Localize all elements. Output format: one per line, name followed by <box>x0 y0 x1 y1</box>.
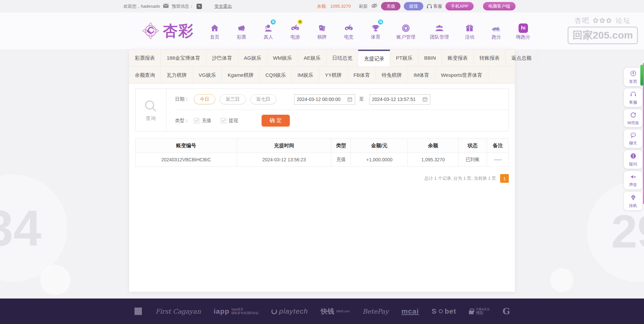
esports-gamepad-icon <box>337 21 361 33</box>
nav-account-management[interactable]: ¥ 账户管理 <box>390 21 421 40</box>
tab-188bet-sports[interactable]: 188金宝博体育 <box>161 50 206 66</box>
sync-icon <box>630 112 637 118</box>
cell-status: 已到账 <box>458 153 487 167</box>
mail-icon[interactable] <box>163 4 169 9</box>
date-label: 日期： <box>175 96 189 102</box>
date-to-field[interactable] <box>369 94 430 105</box>
query-form: 日期： 今日 近三日 近七日 至 类型： <box>166 89 508 131</box>
refresh-link[interactable]: 刷新 <box>359 3 368 9</box>
svg-text:¥: ¥ <box>405 26 408 31</box>
tab-vg[interactable]: VG娱乐 <box>193 67 222 84</box>
nav-paofen[interactable]: 跑分 <box>484 21 508 40</box>
tab-lottery-report[interactable]: 彩票报表 <box>129 50 161 66</box>
calendar-icon[interactable] <box>422 97 428 102</box>
tab-transfer-report[interactable]: 转账报表 <box>474 50 506 66</box>
search-icon <box>143 99 159 114</box>
tab-im-sports[interactable]: IM体育 <box>408 67 435 84</box>
eye-off-icon[interactable] <box>371 3 378 9</box>
checkbox-checked-icon[interactable] <box>194 118 199 123</box>
sidebar-item-hangup[interactable]: 挂机 <box>624 192 642 210</box>
footer-logo-first-cagayan: First Cagayan <box>155 308 201 315</box>
tab-saba-sports[interactable]: 沙巴体育 <box>206 50 238 66</box>
date-from-field[interactable] <box>294 94 355 105</box>
tab-ae[interactable]: AE娱乐 <box>298 50 326 66</box>
tab-tetu-cards[interactable]: 特兔棋牌 <box>376 67 408 84</box>
site-logo[interactable]: 杏彩 <box>141 21 194 41</box>
nav-lottery[interactable]: 彩票 <box>229 21 254 40</box>
tab-wali-cards[interactable]: 瓦力棋牌 <box>161 67 193 84</box>
nav-hi-paofen[interactable]: hi 嗨跑分 <box>511 21 535 40</box>
sidebar-item-home[interactable]: 首页 <box>624 68 642 86</box>
footer-logo-g-mark: G <box>502 306 510 316</box>
quick-3days-button[interactable]: 近三日 <box>220 94 246 104</box>
date-from-input[interactable] <box>297 97 347 102</box>
nav-home[interactable]: 首页 <box>203 21 227 40</box>
footer-logo-playtech: playtech <box>271 307 308 315</box>
sidebar-item-question[interactable]: 疑问 <box>624 150 642 169</box>
edit-pencil-icon[interactable]: ✎ <box>197 4 202 9</box>
nav-promotions[interactable]: 活动 <box>458 21 482 40</box>
col-amount: 金额/元 <box>351 139 408 153</box>
scrollbar-thumb[interactable] <box>640 65 643 86</box>
to-separator: 至 <box>359 96 364 102</box>
tab-cq9[interactable]: CQ9娱乐 <box>260 67 292 84</box>
col-account-change-no: 账变编号 <box>136 139 237 153</box>
col-balance: 余额 <box>408 139 458 153</box>
headset-icon <box>427 4 432 9</box>
badge-n: N <box>271 19 276 24</box>
type-withdraw-checkbox[interactable]: 提现 <box>221 118 238 124</box>
tab-pt[interactable]: PT娱乐 <box>390 50 418 66</box>
date-to-input[interactable] <box>372 97 422 102</box>
tab-account-report[interactable]: 账变报表 <box>442 50 474 66</box>
tab-im[interactable]: IM娱乐 <box>292 67 319 84</box>
footer: First Cagayan iapp iapp成员隐私权专家国际协会 playt… <box>0 299 644 324</box>
nav-sports[interactable]: N 体育 <box>364 21 388 40</box>
tab-ag[interactable]: AG娱乐 <box>238 50 267 66</box>
tab-rebate-total[interactable]: 返点总额 <box>506 50 538 66</box>
withdraw-button[interactable]: 提现 <box>404 2 423 10</box>
watermark-line2: 回家205.com <box>568 26 638 44</box>
col-time: 充提时间 <box>237 139 331 153</box>
quick-7days-button[interactable]: 近七日 <box>250 94 276 104</box>
type-recharge-checkbox[interactable]: 充值 <box>194 118 211 124</box>
logout-link[interactable]: 安全退出 <box>214 3 232 9</box>
recharge-button[interactable]: 充值 <box>381 2 400 10</box>
nav-live[interactable]: N 真人 <box>256 21 280 40</box>
nav-egames[interactable]: H 电游 <box>283 21 307 40</box>
pagination: 总计 1 个记录, 分为 1 页, 当前第 1 页 1 <box>135 174 509 183</box>
playtech-circle-icon <box>271 309 277 314</box>
tab-wesports[interactable]: Wesports世界体育 <box>435 67 488 84</box>
tab-recharge-withdraw-record[interactable]: 充提记录 <box>358 50 390 66</box>
submit-button[interactable]: 确 定 <box>262 115 290 126</box>
quick-today-button[interactable]: 今日 <box>194 94 215 104</box>
tab-yy-cards[interactable]: YY棋牌 <box>319 67 348 84</box>
tab-bbin[interactable]: BBIN <box>419 50 442 66</box>
checkbox-checked-icon[interactable] <box>221 118 226 123</box>
nav-team-management[interactable]: 团队管理 <box>424 21 455 40</box>
sidebar-item-service[interactable]: 客服 <box>624 89 642 107</box>
tab-row-1: 彩票报表 188金宝博体育 沙巴体育 AG娱乐 WM娱乐 AE娱乐 日结总览 充… <box>129 50 515 67</box>
exclamation-icon <box>630 153 637 159</box>
tab-fb-sports[interactable]: FB体育 <box>348 67 376 84</box>
cell-remark: ----- <box>487 153 509 167</box>
team-icon <box>424 21 455 33</box>
search-rail: 查询 <box>136 89 166 131</box>
sidebar-item-sound[interactable]: 声音 <box>624 171 642 190</box>
nav-esports[interactable]: 电竞 <box>337 21 361 40</box>
tab-balance-query[interactable]: 余额查询 <box>129 67 161 84</box>
cell-balance: 1,095.3270 <box>408 153 458 167</box>
customer-service-link[interactable]: 客服 <box>427 3 442 9</box>
tab-kgame[interactable]: Kgame棋牌 <box>222 67 260 84</box>
sidebar-item-chat[interactable]: 聊天 <box>624 129 642 148</box>
tab-daily-summary[interactable]: 日结总览 <box>326 50 358 66</box>
footer-logo-secure: 可靠&安全博彩 <box>469 308 490 315</box>
page-1-button[interactable]: 1 <box>500 174 509 183</box>
pc-client-button[interactable]: 电脑客户端 <box>483 2 516 10</box>
tab-wm[interactable]: WM娱乐 <box>267 50 298 66</box>
calendar-icon[interactable] <box>347 97 353 102</box>
nav-cards[interactable]: 棋牌 <box>310 21 334 40</box>
chat-bubble-icon <box>630 132 637 139</box>
mobile-app-button[interactable]: 手机APP <box>445 2 474 10</box>
sidebar-item-im-recharge[interactable]: IM充值 <box>624 109 642 127</box>
col-status: 状态 <box>458 139 487 153</box>
